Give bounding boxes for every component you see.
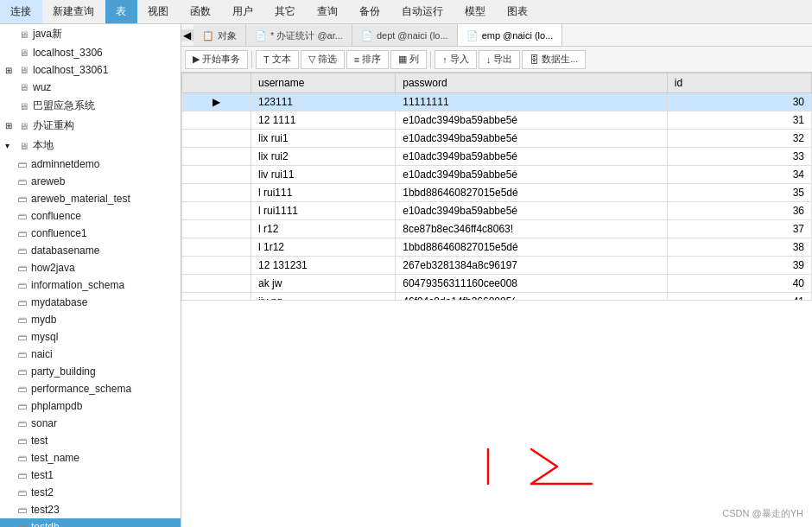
table-row[interactable]: ak jw60479356311160cee00840 <box>182 275 812 293</box>
sidebar-item-test2[interactable]: 🗃test2 <box>0 484 181 501</box>
tab-emp-naici-(lo-[interactable]: 📄emp @naici (lo... <box>458 24 563 47</box>
sidebar-item-localhost_3306[interactable]: 🖥localhost_3306 <box>0 44 181 61</box>
table-header-row: username password id <box>182 73 812 93</box>
sidebar-item-办证重构[interactable]: ⊞🖥办证重构 <box>0 116 181 136</box>
column-header-username[interactable]: username <box>251 73 396 93</box>
menu-item-函数[interactable]: 函数 <box>180 0 222 23</box>
sidebar-item-information_schema[interactable]: 🗃information_schema <box>0 276 181 294</box>
sidebar-item-label: information_schema <box>31 279 124 291</box>
table-row[interactable]: lix rui1e10adc3949ba59abbe5é32 <box>182 130 812 148</box>
sidebar-item-areweb[interactable]: 🗃areweb <box>0 173 181 190</box>
export-icon: ↓ <box>486 54 492 65</box>
text-button[interactable]: T 文本 <box>256 50 299 69</box>
menu-item-表[interactable]: 表 <box>105 0 137 23</box>
menu-item-查询[interactable]: 查询 <box>307 0 349 23</box>
menu-item-用户[interactable]: 用户 <box>222 0 264 23</box>
tab-dept-naici-(lo-[interactable]: 📄dept @naici (lo... <box>352 24 458 47</box>
cell-username: liv rui11 <box>251 166 396 184</box>
menu-item-其它[interactable]: 其它 <box>264 0 307 23</box>
cell-password: e10adc3949ba59abbe5é <box>396 148 668 166</box>
column-header-id[interactable]: id <box>667 73 811 93</box>
cell-password: 46f94c8de14fb3668085( <box>396 293 668 300</box>
sidebar-item-label: test2 <box>31 486 54 498</box>
sidebar-item-java新[interactable]: 🖥java新 <box>0 24 181 44</box>
db-icon: 🗃 <box>16 522 28 527</box>
menu-item-模型[interactable]: 模型 <box>454 0 497 23</box>
database-button[interactable]: 🗄 数据生... <box>522 50 586 69</box>
sidebar-item-performance_schema[interactable]: 🗃performance_schema <box>0 380 181 397</box>
table-row[interactable]: l rui1111bbd886460827015e5dé35 <box>182 184 812 202</box>
sort-button[interactable]: ≡ 排序 <box>346 50 389 69</box>
sidebar-item-label: test23 <box>31 504 60 516</box>
table-row[interactable]: 12 1111e10adc3949ba59abbe5é31 <box>182 111 812 130</box>
sidebar-item-areweb_material_test[interactable]: 🗃areweb_material_test <box>0 190 181 207</box>
sidebar-item-confluence1[interactable]: 🗃confluence1 <box>0 225 181 242</box>
sidebar-item-test23[interactable]: 🗃test23 <box>0 501 181 518</box>
tab--办证统计-ar-[interactable]: 📄* 办证统计 @ar... <box>246 24 352 47</box>
sidebar-item-mydb[interactable]: 🗃mydb <box>0 311 181 328</box>
db-icon: 🗃 <box>16 505 28 515</box>
sidebar-item-confluence[interactable]: 🗃confluence <box>0 207 181 225</box>
table-row[interactable]: liv rui11e10adc3949ba59abbe5é34 <box>182 166 812 184</box>
tab-icon: 📄 <box>255 30 267 41</box>
sidebar-item-label: confluence1 <box>31 227 87 239</box>
filter-button[interactable]: ▽ 筛选 <box>301 50 345 69</box>
menu-item-自动运行[interactable]: 自动运行 <box>391 0 454 23</box>
cell-password: 11111111 <box>396 93 668 111</box>
menu-item-连接[interactable]: 连接 <box>0 0 42 23</box>
db-icon: 🗃 <box>16 280 28 290</box>
table-row[interactable]: jiy ng46f94c8de14fb3668085(41 <box>182 293 812 300</box>
begin-transaction-button[interactable]: ▶ 开始事务 <box>185 50 248 69</box>
table-row[interactable]: l rui1111e10adc3949ba59abbe5é36 <box>182 202 812 220</box>
import-button[interactable]: ↑ 导入 <box>435 50 477 69</box>
sidebar-item-naici[interactable]: 🗃naici <box>0 346 181 363</box>
sidebar-item-test1[interactable]: 🗃test1 <box>0 467 181 484</box>
sidebar-item-label: testdb <box>31 521 60 527</box>
sidebar-item-phplampdb[interactable]: 🗃phplampdb <box>0 397 181 415</box>
sidebar-item-testdb[interactable]: 🗃testdb <box>0 518 181 527</box>
tab-label: emp @naici (lo... <box>482 30 554 41</box>
row-arrow <box>182 111 251 130</box>
menu-item-新建查询[interactable]: 新建查询 <box>42 0 105 23</box>
export-button[interactable]: ↓ 导出 <box>479 50 521 69</box>
sidebar-item-wuz[interactable]: 🖥wuz <box>0 79 181 96</box>
sidebar-item-巴盟应急系统[interactable]: 🖥巴盟应急系统 <box>0 96 181 116</box>
sidebar-item-mysql[interactable]: 🗃mysql <box>0 328 181 346</box>
sidebar-item-label: mydatabase <box>31 296 87 308</box>
sidebar-item-label: test_name <box>31 452 79 464</box>
menu-item-备份[interactable]: 备份 <box>349 0 391 23</box>
sidebar-item-localhost_33061[interactable]: ⊞🖥localhost_33061 <box>0 61 181 79</box>
sidebar: 🖥java新🖥localhost_3306⊞🖥localhost_33061🖥w… <box>0 24 181 527</box>
table-row[interactable]: ▶1231111111111130 <box>182 93 812 111</box>
sidebar-item-test[interactable]: 🗃test <box>0 432 181 449</box>
db-icon: 🖥 <box>17 65 29 75</box>
sidebar-item-本地[interactable]: ▾🖥本地 <box>0 136 181 156</box>
cell-username: l rui1111 <box>251 202 396 220</box>
sidebar-item-label: adminnetdemo <box>31 158 99 170</box>
toolbar-separator-2 <box>430 51 431 68</box>
sidebar-item-mydatabase[interactable]: 🗃mydatabase <box>0 294 181 311</box>
sidebar-item-label: wuz <box>33 81 51 93</box>
menu-item-图表[interactable]: 图表 <box>497 0 539 23</box>
db-icon: 🗃 <box>16 159 28 169</box>
sidebar-item-how2java[interactable]: 🗃how2java <box>0 259 181 276</box>
menu-item-视图[interactable]: 视图 <box>137 0 180 23</box>
tabs-scroll-left[interactable]: ◀ <box>181 29 193 41</box>
sidebar-item-party_building[interactable]: 🗃party_building <box>0 363 181 380</box>
tab-对象[interactable]: 📋对象 <box>193 24 246 47</box>
sidebar-item-databasename[interactable]: 🗃databasename <box>0 242 181 259</box>
expand-icon: ▾ <box>5 141 16 150</box>
text-icon: T <box>263 54 270 65</box>
table-row[interactable]: l 1r121bbd886460827015e5dé38 <box>182 238 812 257</box>
table-row[interactable]: l r128ce87b8ec346ff4c8063!37 <box>182 220 812 238</box>
sidebar-item-sonar[interactable]: 🗃sonar <box>0 415 181 432</box>
cell-id: 32 <box>667 130 811 148</box>
sidebar-item-test_name[interactable]: 🗃test_name <box>0 449 181 467</box>
column-button[interactable]: ▦ 列 <box>390 50 427 69</box>
column-header-password[interactable]: password <box>396 73 668 93</box>
db-icon: 🗃 <box>16 470 28 480</box>
sidebar-item-adminnetdemo[interactable]: 🗃adminnetdemo <box>0 156 181 173</box>
db-icon: 🗃 <box>16 211 28 221</box>
table-row[interactable]: 12 131231267eb3281384a8c9619739 <box>182 257 812 275</box>
table-row[interactable]: lix rui2e10adc3949ba59abbe5é33 <box>182 148 812 166</box>
